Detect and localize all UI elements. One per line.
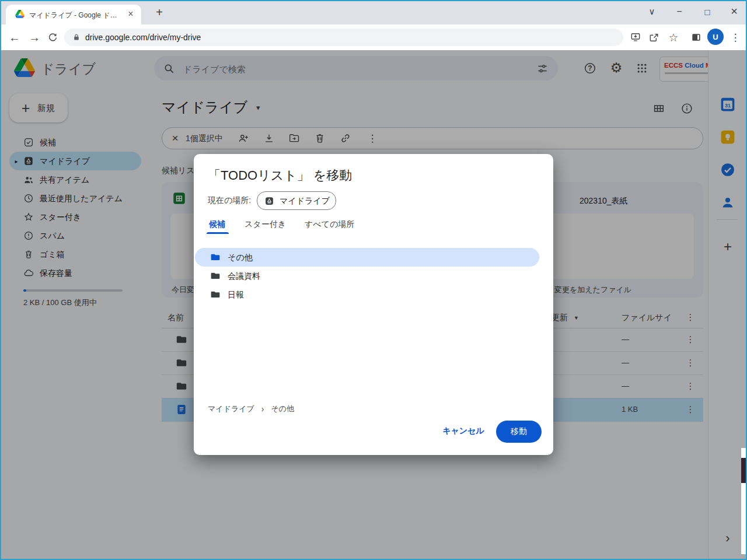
forward-button[interactable]: →: [26, 29, 43, 46]
tab-suggested[interactable]: 候補: [209, 219, 225, 230]
dialog-title: 「TODOリスト」 を移動: [208, 167, 352, 184]
folder-icon: [210, 289, 221, 300]
browser-tab[interactable]: マイドライブ - Google ドライブ ×: [6, 5, 141, 24]
tab-close-icon[interactable]: ×: [124, 7, 138, 21]
current-location-label: 現在の場所:: [208, 195, 251, 206]
breadcrumb-root[interactable]: マイドライブ: [208, 404, 254, 414]
dialog-folder-row[interactable]: 会議資料: [195, 267, 539, 285]
drive-favicon-icon: [15, 10, 25, 20]
dialog-folder-row-selected[interactable]: その他: [195, 248, 539, 267]
desktop-screenshot: マイドライブ - Google ドライブ × + ∨ − □ × ← → dri…: [0, 0, 747, 560]
current-location-chip[interactable]: マイドライブ: [257, 191, 336, 210]
reload-button[interactable]: [46, 30, 60, 44]
lock-icon: [72, 33, 81, 42]
dialog-folder-row[interactable]: 日報: [195, 285, 539, 304]
chip-label: マイドライブ: [280, 192, 330, 209]
folder-name: 日報: [228, 285, 244, 304]
move-dialog: 「TODOリスト」 を移動 現在の場所: マイドライブ 候補 スター付き すべて…: [194, 154, 553, 455]
my-drive-icon: [264, 195, 274, 206]
breadcrumb-chevron-icon: ›: [261, 404, 264, 414]
destination-breadcrumb: マイドライブ › その他: [208, 404, 294, 414]
window-close-button[interactable]: ×: [725, 3, 743, 19]
browser-toolbar: ← → drive.google.com/drive/my-drive ☆ U …: [1, 24, 746, 51]
browser-tab-strip: マイドライブ - Google ドライブ × + ∨ − □ ×: [1, 1, 746, 24]
folder-icon: [210, 271, 221, 281]
bookmark-star-icon[interactable]: ☆: [665, 29, 682, 46]
tab-title: マイドライブ - Google ドライブ: [29, 10, 121, 20]
side-panel-icon[interactable]: [689, 30, 704, 45]
active-tab-underline: [207, 232, 229, 234]
tab-search-chevron-icon[interactable]: ∨: [643, 4, 661, 20]
download-page-icon[interactable]: [628, 30, 643, 45]
back-button[interactable]: ←: [6, 29, 23, 46]
new-tab-button[interactable]: +: [152, 5, 167, 20]
url-bar[interactable]: drive.google.com/drive/my-drive: [64, 29, 623, 46]
window-minimize-button[interactable]: −: [670, 4, 689, 20]
folder-icon: [210, 252, 221, 262]
breadcrumb-current[interactable]: その他: [271, 404, 295, 414]
browser-profile-avatar[interactable]: U: [707, 29, 724, 45]
cancel-button[interactable]: キャンセル: [431, 419, 495, 443]
folder-name: 会議資料: [228, 267, 260, 285]
folder-name: その他: [228, 248, 253, 267]
browser-menu-icon[interactable]: ⋮: [728, 29, 742, 46]
window-maximize-button[interactable]: □: [698, 4, 717, 20]
share-icon[interactable]: [647, 30, 662, 45]
move-button[interactable]: 移動: [496, 421, 542, 443]
tab-all-locations[interactable]: すべての場所: [305, 219, 354, 230]
tab-starred[interactable]: スター付き: [245, 219, 286, 230]
scrollbar-thumb[interactable]: [741, 458, 746, 483]
url-text: drive.google.com/drive/my-drive: [85, 33, 201, 42]
